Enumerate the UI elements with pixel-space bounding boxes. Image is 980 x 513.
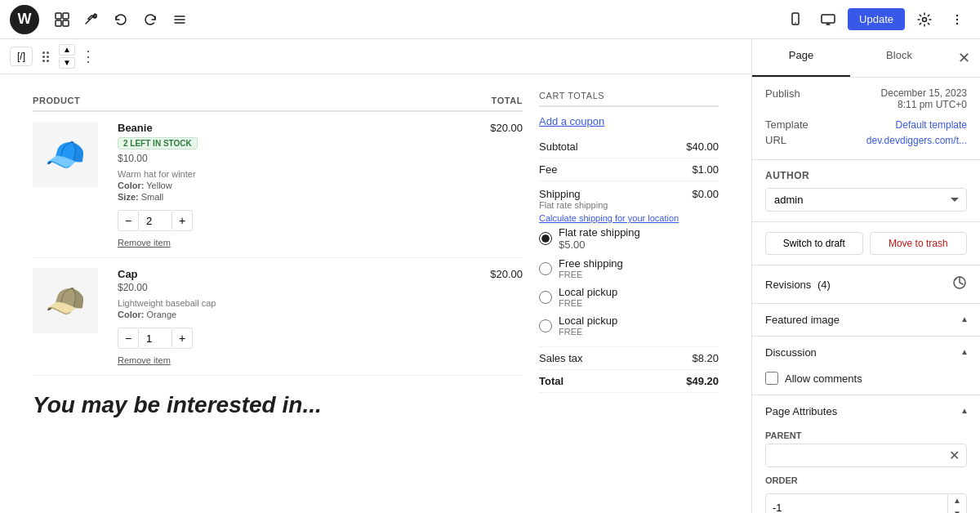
svg-point-9 [795,22,796,24]
qty-input[interactable] [139,210,172,231]
product-description: Warm hat for winter [118,169,198,179]
shipping-section: Shipping $0.00 Flat rate shipping Calcul… [539,181,719,347]
undo-button[interactable] [108,7,134,33]
page-attributes-chevron: ▾ [962,406,967,417]
svg-point-15 [956,18,958,20]
qty-decrease-button[interactable]: − [118,328,139,349]
preview-desktop-button[interactable] [815,7,841,33]
product-unit-price: $20.00 [118,282,216,293]
svg-point-13 [923,17,927,21]
settings-button[interactable] [911,7,938,33]
publish-date: December 15, 20238:11 pm UTC+0 [881,87,967,110]
url-row: URL dev.devdiggers.com/t... [765,134,967,146]
template-value[interactable]: Default template [896,119,967,131]
author-select[interactable]: admin [765,188,967,212]
more-options-block-button[interactable]: ⋮ [78,47,98,66]
parent-clear-button[interactable]: ✕ [942,444,966,466]
options-button[interactable] [944,7,970,33]
drag-handle[interactable] [36,47,56,66]
discussion-content: Allow comments [752,368,980,395]
editor-content: PRODUCT TOTAL 🧢 [0,74,751,435]
block-tag-button[interactable]: [/] [10,47,33,66]
author-section: AUTHOR admin [752,160,980,222]
parent-label: PARENT [765,430,967,440]
template-row: Template Default template [765,118,967,131]
qty-decrease-button[interactable]: − [118,210,139,231]
close-sidebar-button[interactable]: ✕ [948,39,980,77]
shipping-option-4: Local pickupFREE [539,311,719,340]
parent-input-row: ✕ [765,444,967,467]
cart-totals: CART TOTALS Add a coupon Subtotal $40.00… [539,91,719,418]
product-image: 🧢 [33,122,98,187]
order-increase-button[interactable]: ▲ [948,494,966,507]
shipping-radio-3[interactable] [539,291,552,304]
template-label: Template [765,118,808,131]
parent-input[interactable] [766,444,942,466]
featured-image-section: Featured image ▾ [752,304,980,337]
order-input-row: ▲ ▼ [765,493,967,513]
qty-increase-button[interactable]: + [172,210,193,231]
product-image: 🧢 [33,268,98,333]
shipping-radio-2[interactable] [539,262,552,275]
sales-tax-row: Sales tax $8.20 [539,347,719,370]
allow-comments-row: Allow comments [765,372,967,385]
featured-image-header[interactable]: Featured image ▾ [752,304,980,336]
svg-point-16 [956,22,958,24]
allow-comments-checkbox[interactable] [765,372,778,385]
order-decrease-button[interactable]: ▼ [948,507,966,513]
author-label: AUTHOR [765,170,967,181]
move-to-trash-button[interactable]: Move to trash [870,232,968,255]
product-cell: 🧢 Cap $20.00 Lightweight baseball cap Co… [33,268,449,365]
shipping-calc-link[interactable]: Calculate shipping for your location [539,213,719,223]
page-attributes-section: Page Attributes ▾ PARENT ✕ ORDER ▲ ▼ [752,395,980,513]
cart-totals-title: CART TOTALS [539,91,719,107]
update-button[interactable]: Update [848,8,905,30]
svg-rect-0 [56,13,61,19]
add-block-button[interactable] [49,7,75,33]
move-down-button[interactable]: ▼ [59,57,75,69]
discussion-header[interactable]: Discussion ▾ [752,337,980,368]
main-area: [/] ▲ ▼ ⋮ [0,39,980,513]
total-col-header: TOTAL [449,91,523,111]
cart-table: PRODUCT TOTAL 🧢 [33,91,523,376]
list-view-button[interactable] [167,7,193,33]
featured-image-chevron: ▾ [962,314,967,326]
revisions-section[interactable]: Revisions (4) [752,265,980,304]
quantity-control: − + [118,328,216,349]
product-info: Cap $20.00 Lightweight baseball cap Colo… [118,268,216,365]
shipping-radio-1[interactable] [539,232,552,245]
cart-section: PRODUCT TOTAL 🧢 [33,91,719,418]
qty-increase-button[interactable]: + [172,328,193,349]
add-coupon-link[interactable]: Add a coupon [539,115,719,127]
move-up-button[interactable]: ▲ [59,44,75,56]
shipping-radio-4[interactable] [539,319,552,332]
preview-mobile-button[interactable] [782,7,808,33]
tools-button[interactable] [78,7,105,33]
publish-section: Publish December 15, 20238:11 pm UTC+0 T… [752,78,980,160]
shipping-value: $0.00 [692,188,719,200]
block-toolbar: [/] ▲ ▼ ⋮ [0,39,751,74]
product-name: Cap [118,268,216,280]
remove-item-link[interactable]: Remove item [118,355,216,365]
tab-page[interactable]: Page [752,39,850,77]
switch-to-draft-button[interactable]: Switch to draft [765,232,863,255]
remove-item-link[interactable]: Remove item [118,238,198,248]
tab-block[interactable]: Block [850,39,948,77]
qty-input[interactable] [139,328,172,349]
wp-logo[interactable]: W [10,5,39,34]
product-description: Lightweight baseball cap [118,298,216,308]
redo-button[interactable] [137,7,163,33]
editor-area: [/] ▲ ▼ ⋮ [0,39,751,513]
url-value[interactable]: dev.devdiggers.com/t... [866,135,967,146]
allow-comments-label: Allow comments [785,372,862,385]
order-label: ORDER [765,475,967,485]
url-label: URL [765,134,786,146]
table-row: 🧢 Cap $20.00 Lightweight baseball cap Co… [33,258,523,376]
product-price: $20.00 [449,258,523,376]
product-col-header: PRODUCT [33,91,449,111]
page-attributes-header[interactable]: Page Attributes ▾ [752,395,980,427]
top-toolbar: W [0,0,980,39]
product-info: Beanie 2 LEFT IN STOCK $10.00 Warm hat f… [118,122,198,248]
publish-label: Publish [765,87,800,100]
order-input[interactable] [766,497,947,514]
